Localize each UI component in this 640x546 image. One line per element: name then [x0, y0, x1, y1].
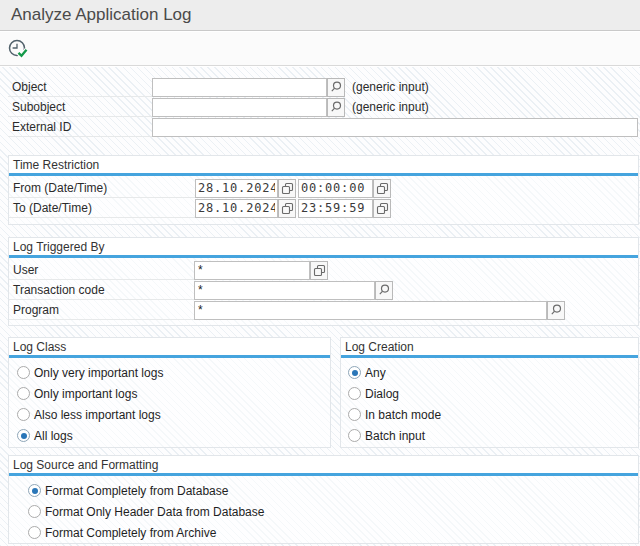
transaction-code-label: Transaction code [9, 280, 194, 300]
to-date-input[interactable] [195, 199, 278, 218]
radio-label: Also less important logs [34, 408, 161, 422]
time-restriction-group: Time Restriction From (Date/Time) [8, 155, 639, 225]
radio-label: All logs [34, 429, 73, 443]
log-creation-header: Log Creation [341, 338, 638, 358]
title-bar: Analyze Application Log [0, 0, 640, 31]
from-datetime-label: From (Date/Time) [9, 178, 195, 198]
radio-option-dialog[interactable]: Dialog [348, 383, 638, 404]
value-help-copy-icon [376, 182, 389, 195]
subobject-row: Subobject (generic input) [8, 97, 429, 117]
user-input[interactable] [194, 261, 310, 280]
radio-button[interactable] [17, 429, 30, 442]
radio-option-format-completely-from-database[interactable]: Format Completely from Database [28, 480, 638, 501]
subobject-input[interactable] [152, 98, 327, 117]
value-help-copy-icon [376, 202, 389, 215]
radio-button[interactable] [348, 387, 361, 400]
search-icon [377, 283, 391, 297]
radio-label: Batch input [365, 429, 425, 443]
time-restriction-header: Time Restriction [9, 156, 638, 176]
search-icon [329, 100, 343, 114]
search-icon [329, 80, 343, 94]
subobject-value-help-button[interactable] [327, 98, 345, 117]
from-date-value-help-button[interactable] [278, 179, 296, 198]
sap-window: Analyze Application Log Object [0, 0, 640, 546]
radio-button[interactable] [348, 429, 361, 442]
program-row: Program [9, 300, 638, 320]
program-label: Program [9, 300, 194, 320]
radio-option-also-less-important-logs[interactable]: Also less important logs [17, 404, 330, 425]
radio-button[interactable] [348, 366, 361, 379]
external-id-label: External ID [8, 117, 152, 137]
radio-button[interactable] [28, 505, 41, 518]
execute-button[interactable] [6, 37, 30, 61]
to-time-value-help-button[interactable] [373, 199, 391, 218]
log-class-header: Log Class [9, 338, 330, 358]
object-row: Object (generic input) [8, 77, 429, 97]
radio-button[interactable] [17, 387, 30, 400]
radio-label: Format Only Header Data from Database [45, 505, 264, 519]
subobject-note: (generic input) [352, 100, 429, 114]
radio-label: Format Completely from Archive [45, 526, 216, 540]
radio-label: Format Completely from Database [45, 484, 228, 498]
radio-label: In batch mode [365, 408, 441, 422]
log-class-group: Log Class Only very important logs Only … [8, 337, 331, 448]
to-time-input[interactable] [298, 199, 373, 218]
to-datetime-row: To (Date/Time) [9, 198, 638, 218]
log-source-header: Log Source and Formatting [9, 456, 638, 476]
radio-button[interactable] [17, 366, 30, 379]
radio-option-in-batch-mode[interactable]: In batch mode [348, 404, 638, 425]
radio-button[interactable] [348, 408, 361, 421]
search-icon [549, 303, 563, 317]
external-id-input[interactable] [152, 118, 638, 137]
page-title: Analyze Application Log [11, 5, 192, 25]
transaction-code-input[interactable] [194, 281, 375, 300]
subobject-label: Subobject [8, 97, 152, 117]
object-value-help-button[interactable] [327, 78, 345, 97]
log-creation-group: Log Creation Any Dialog In batch mode Ba… [340, 337, 639, 448]
log-triggered-by-group: Log Triggered By User Transaction code [8, 237, 639, 326]
radio-button[interactable] [28, 484, 41, 497]
radio-button[interactable] [28, 526, 41, 539]
radio-button[interactable] [17, 408, 30, 421]
user-multiple-selection-button[interactable] [310, 261, 328, 280]
transaction-code-value-help-button[interactable] [375, 281, 393, 300]
to-date-value-help-button[interactable] [278, 199, 296, 218]
object-label: Object [8, 77, 152, 97]
program-input[interactable] [194, 301, 547, 320]
application-toolbar [0, 32, 640, 66]
radio-option-batch-input[interactable]: Batch input [348, 425, 638, 446]
log-source-group: Log Source and Formatting Format Complet… [8, 455, 639, 544]
radio-option-only-important-logs[interactable]: Only important logs [17, 383, 330, 404]
to-datetime-label: To (Date/Time) [9, 198, 195, 218]
selection-screen: Object (generic input) Subobject (generi… [0, 67, 640, 546]
radio-option-any[interactable]: Any [348, 362, 638, 383]
log-triggered-by-header: Log Triggered By [9, 238, 638, 258]
radio-label: Only important logs [34, 387, 137, 401]
object-note: (generic input) [352, 80, 429, 94]
from-date-input[interactable] [195, 179, 278, 198]
user-row: User [9, 260, 638, 280]
radio-label: Only very important logs [34, 366, 163, 380]
radio-option-format-completely-from-archive[interactable]: Format Completely from Archive [28, 522, 638, 543]
user-label: User [9, 260, 194, 280]
external-id-row: External ID [8, 117, 638, 137]
radio-option-all-logs[interactable]: All logs [17, 425, 330, 446]
from-datetime-row: From (Date/Time) [9, 178, 638, 198]
from-time-value-help-button[interactable] [373, 179, 391, 198]
value-help-copy-icon [281, 202, 294, 215]
value-help-copy-icon [313, 264, 326, 277]
transaction-code-row: Transaction code [9, 280, 638, 300]
radio-label: Dialog [365, 387, 399, 401]
from-time-input[interactable] [298, 179, 373, 198]
execute-clock-check-icon [7, 38, 29, 60]
radio-label: Any [365, 366, 386, 380]
radio-option-only-very-important-logs[interactable]: Only very important logs [17, 362, 330, 383]
value-help-copy-icon [281, 182, 294, 195]
program-value-help-button[interactable] [547, 301, 565, 320]
object-input[interactable] [152, 78, 327, 97]
radio-option-format-only-header-data-from-database[interactable]: Format Only Header Data from Database [28, 501, 638, 522]
